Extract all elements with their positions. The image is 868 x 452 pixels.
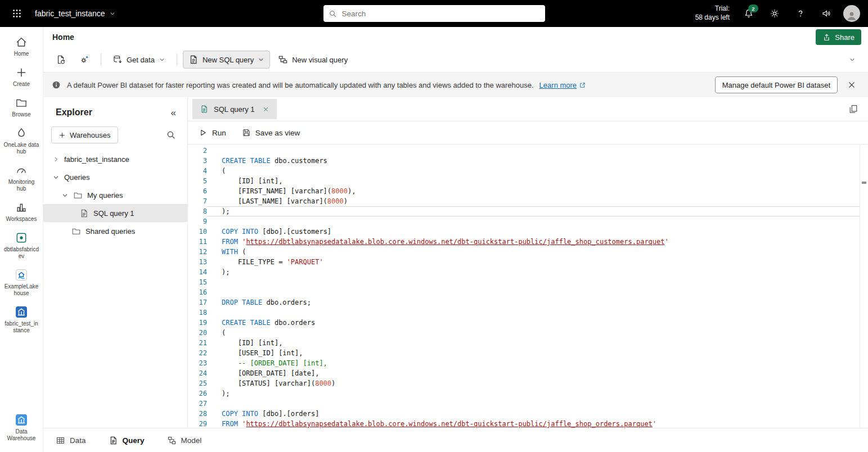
search-input[interactable]: [341, 9, 540, 19]
add-warehouses-button[interactable]: Warehouses: [51, 126, 118, 143]
explorer-tree: fabric_test_instanceQueriesMy queriesSQL…: [43, 149, 187, 428]
code-line[interactable]: 10COPY INTO [dbo].[customers]: [188, 227, 868, 237]
ribbon-collapse-button[interactable]: [843, 51, 861, 69]
code-line[interactable]: 7 [LAST_NAME] [varchar](8000): [188, 196, 868, 206]
scroll-marker: [862, 182, 866, 184]
new-sql-query-button[interactable]: New SQL query: [183, 51, 270, 69]
code-line-content: WITH (: [207, 247, 868, 257]
tree-item-queries[interactable]: Queries: [43, 168, 187, 186]
banner-close-button[interactable]: [843, 76, 860, 93]
code-line[interactable]: 8);: [188, 206, 868, 216]
code-line[interactable]: 2: [188, 146, 868, 156]
rail-item-home[interactable]: Home: [1, 33, 42, 61]
code-line[interactable]: 18: [188, 308, 868, 318]
notifications-button[interactable]: 2: [740, 4, 758, 22]
explorer-panel: Explorer « Warehouses fabric_test_instan…: [43, 97, 188, 428]
default-dataset-banner: A default Power BI dataset for faster re…: [43, 73, 868, 97]
code-line-content: (: [207, 328, 868, 338]
question-icon: [795, 8, 806, 19]
code-line[interactable]: 9: [188, 216, 868, 227]
rail-item-create[interactable]: Create: [1, 63, 42, 91]
close-tab-button[interactable]: [260, 103, 272, 115]
warehouse-app-icon: [15, 306, 28, 318]
rail-item-label: OneLake data hub: [3, 142, 39, 155]
tree-item-fabric-test-instance[interactable]: fabric_test_instance: [43, 150, 187, 168]
code-line-content: [FIRST_NAME] [varchar](8000),: [207, 186, 868, 196]
bottom-tab-model[interactable]: Model: [164, 428, 205, 452]
code-line[interactable]: 11FROM 'https://dbtlabsynapsedatalake.bl…: [188, 237, 868, 247]
rail-item-fabric-test-instance[interactable]: fabric_test_instance: [1, 302, 42, 337]
help-button[interactable]: [791, 4, 809, 22]
plus-icon: [15, 66, 28, 79]
rail-item-data-warehouse[interactable]: Data Warehouse: [1, 410, 42, 445]
rail-item-monitoring-hub[interactable]: Monitoring hub: [1, 161, 42, 196]
workspace-switcher[interactable]: fabric_test_instance: [32, 8, 119, 19]
rail-item-onelake-data-hub[interactable]: OneLake data hub: [1, 124, 42, 159]
sql-editor[interactable]: 23CREATE TABLE dbo.customers4(5 [ID] [in…: [188, 144, 868, 428]
code-line[interactable]: 28COPY INTO [dbo].[orders]: [188, 409, 868, 419]
new-visual-query-button[interactable]: New visual query: [272, 51, 353, 69]
code-line-content: FROM 'https://dbtlabsynapsedatalake.blob…: [207, 419, 868, 428]
line-number: 16: [188, 287, 207, 297]
duplicate-tab-button[interactable]: [845, 101, 861, 117]
bottom-tab-label: Model: [181, 436, 202, 445]
learn-more-link[interactable]: Learn more: [539, 81, 586, 89]
code-line[interactable]: 27: [188, 399, 868, 409]
code-line[interactable]: 6 [FIRST_NAME] [varchar](8000),: [188, 186, 868, 196]
code-line[interactable]: 25 [STATUS] [varchar](8000): [188, 378, 868, 388]
manage-default-dataset-button[interactable]: Manage default Power BI dataset: [715, 76, 838, 93]
rail-item-dbtlabsfabricdev[interactable]: dbtlabsfabricdev: [1, 228, 42, 263]
code-line[interactable]: 15: [188, 277, 868, 287]
tree-item-my-queries[interactable]: My queries: [43, 186, 187, 204]
code-line[interactable]: 5 [ID] [int],: [188, 176, 868, 186]
app-launcher-button[interactable]: [8, 4, 26, 22]
code-line[interactable]: 14);: [188, 267, 868, 277]
line-number: 7: [188, 196, 207, 206]
rail-item-workspaces[interactable]: Workspaces: [1, 198, 42, 226]
feedback-button[interactable]: [817, 4, 835, 22]
get-data-button[interactable]: Get data: [107, 51, 171, 69]
query-tab[interactable]: SQL query 1: [192, 99, 277, 119]
code-line[interactable]: 20(: [188, 328, 868, 338]
code-line[interactable]: 23 -- [ORDER_DATE] [int],: [188, 358, 868, 368]
ribbon-toolbar: Get data New SQL query New visual query: [43, 47, 868, 73]
line-number: 22: [188, 348, 207, 358]
bottom-tab-query[interactable]: Query: [105, 428, 148, 452]
explorer-search-button[interactable]: [163, 126, 179, 143]
code-line[interactable]: 16: [188, 287, 868, 297]
bottom-tab-data[interactable]: Data: [52, 428, 89, 452]
code-line-content: DROP TABLE dbo.orders;: [207, 297, 868, 308]
rail-item-browse[interactable]: Browse: [1, 93, 42, 121]
code-line[interactable]: 24 [ORDER_DATE] [date],: [188, 368, 868, 378]
collapse-explorer-button[interactable]: «: [168, 107, 179, 118]
account-avatar[interactable]: [843, 5, 860, 22]
warehouse-settings-button[interactable]: [74, 51, 95, 69]
code-line[interactable]: 4(: [188, 166, 868, 176]
line-number: 17: [188, 297, 207, 308]
code-line[interactable]: 17DROP TABLE dbo.orders;: [188, 297, 868, 308]
line-number: 20: [188, 328, 207, 338]
editor-scrollbar[interactable]: [860, 144, 868, 428]
code-line[interactable]: 3CREATE TABLE dbo.customers: [188, 156, 868, 166]
code-line-content: [207, 146, 868, 156]
code-line[interactable]: 13 FILE_TYPE = 'PARQUET': [188, 257, 868, 267]
code-line[interactable]: 12WITH (: [188, 247, 868, 257]
tab-home[interactable]: Home: [48, 30, 79, 44]
code-line[interactable]: 22 [USER_ID] [int],: [188, 348, 868, 358]
rail-item-examplelakehouse[interactable]: ExampleLakehouse: [1, 265, 42, 300]
code-line[interactable]: 26);: [188, 388, 868, 399]
chevron-right-icon: [52, 156, 60, 163]
share-button[interactable]: Share: [816, 29, 861, 45]
trial-label: Trial:: [695, 4, 730, 13]
tree-item-shared-queries[interactable]: Shared queries: [43, 222, 187, 240]
code-line-content: [207, 277, 868, 287]
save-as-view-button[interactable]: Save as view: [237, 124, 305, 141]
search-icon: [329, 10, 337, 18]
code-line[interactable]: 21 [ID] [int],: [188, 338, 868, 348]
code-line[interactable]: 29FROM 'https://dbtlabsynapsedatalake.bl…: [188, 419, 868, 428]
run-button[interactable]: Run: [194, 124, 231, 141]
refresh-dataset-button[interactable]: [50, 51, 71, 69]
tree-item-sql-query-1[interactable]: SQL query 1: [43, 204, 187, 222]
code-line[interactable]: 19CREATE TABLE dbo.orders: [188, 318, 868, 328]
settings-button[interactable]: [766, 4, 784, 22]
